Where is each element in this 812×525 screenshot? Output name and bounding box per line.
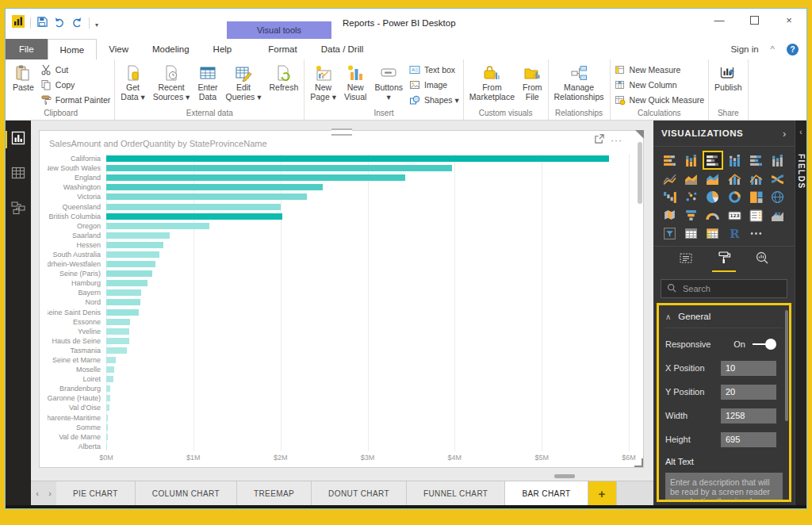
menu-tab-modeling[interactable]: Modeling <box>140 39 201 59</box>
cut-button[interactable]: Cut <box>40 63 110 75</box>
sheet-tab-bar-chart[interactable]: BAR CHART <box>505 481 588 505</box>
format-painter-button[interactable]: Format Painter <box>40 94 110 105</box>
filled-map-icon[interactable] <box>661 207 678 223</box>
height-input[interactable] <box>721 432 776 447</box>
publish-button[interactable]: Publish <box>711 61 745 94</box>
menu-tab-help[interactable]: Help <box>201 39 244 59</box>
powerbi-logo-icon[interactable] <box>12 15 25 31</box>
new-visual-button[interactable]: NewVisual <box>341 61 370 103</box>
sidebar-item-data-view[interactable] <box>6 165 31 184</box>
bar[interactable] <box>106 366 114 373</box>
bar[interactable] <box>106 165 452 171</box>
scatter-chart-icon[interactable] <box>682 189 699 205</box>
bar[interactable] <box>106 424 108 431</box>
report-canvas[interactable]: ··· SalesAmount and OrderQuantity by Sta… <box>31 121 653 481</box>
line-stacked-column-chart-icon[interactable] <box>726 171 743 186</box>
new-column-button[interactable]: New Column <box>615 79 705 90</box>
format-search[interactable] <box>661 279 787 298</box>
bar[interactable] <box>106 309 139 316</box>
menu-tab-format[interactable]: Format <box>256 39 308 59</box>
bar[interactable] <box>106 194 307 200</box>
slicer-icon[interactable] <box>661 225 678 241</box>
bar[interactable] <box>106 434 108 440</box>
search-input[interactable] <box>681 283 781 294</box>
from-file-button[interactable]: FromFile <box>519 61 546 103</box>
visual-resize-grip[interactable] <box>634 458 643 467</box>
bar[interactable] <box>106 242 163 248</box>
x-position-input[interactable] <box>721 361 776 376</box>
r-script-visual-icon[interactable]: R <box>726 225 743 241</box>
visual-corner-grip[interactable] <box>635 130 644 139</box>
manage-relationships-button[interactable]: ManageRelationships <box>551 61 607 103</box>
fields-panel-collapsed[interactable]: ‹ FIELDS <box>795 121 806 505</box>
card-icon[interactable]: 123 <box>726 207 743 223</box>
expand-fields-icon[interactable]: ‹ <box>799 128 802 136</box>
treemap-icon[interactable] <box>747 189 764 205</box>
bar[interactable] <box>106 328 129 335</box>
stacked-bar-chart-icon[interactable] <box>661 152 678 168</box>
waterfall-chart-icon[interactable] <box>661 189 678 205</box>
bar[interactable] <box>106 289 141 296</box>
visual-scrollbar[interactable] <box>638 142 642 204</box>
bar[interactable] <box>106 319 130 325</box>
bar[interactable] <box>106 251 159 258</box>
funnel-icon[interactable] <box>682 207 699 223</box>
copy-button[interactable]: Copy <box>40 79 110 90</box>
line-chart-icon[interactable] <box>661 171 678 186</box>
stacked-column-chart-icon[interactable] <box>682 152 699 168</box>
panel-tab-format[interactable] <box>712 251 736 274</box>
add-page-button[interactable]: + <box>588 481 617 505</box>
canvas-horizontal-scrollbar[interactable] <box>554 474 575 478</box>
sidebar-item-model-view[interactable] <box>6 200 31 219</box>
bar-chart-visual[interactable]: ··· SalesAmount and OrderQuantity by Sta… <box>39 130 644 468</box>
save-icon[interactable] <box>36 16 48 31</box>
bar[interactable] <box>106 415 108 421</box>
bar[interactable] <box>106 213 282 220</box>
new-page-button[interactable]: NewPage ▾ <box>307 61 339 103</box>
bar[interactable] <box>106 385 110 392</box>
sign-in-link[interactable]: Sign in <box>730 44 758 54</box>
gauge-icon[interactable] <box>704 207 722 223</box>
edit-queries-button[interactable]: EditQueries ▾ <box>223 61 265 103</box>
bar[interactable] <box>106 155 609 162</box>
collapse-ribbon-icon[interactable]: ^ <box>771 44 775 54</box>
menu-tab-file[interactable]: File <box>6 39 48 59</box>
bar[interactable] <box>106 443 107 450</box>
bar[interactable] <box>106 376 113 382</box>
refresh-button[interactable]: Refresh <box>266 61 301 94</box>
maximize-button[interactable] <box>737 9 772 32</box>
panel-tab-fields[interactable] <box>674 251 698 274</box>
y-position-input[interactable] <box>721 385 776 400</box>
bar[interactable] <box>106 270 152 277</box>
panel-tab-analytics[interactable] <box>750 251 774 274</box>
area-chart-icon[interactable] <box>682 171 699 186</box>
responsive-toggle[interactable] <box>753 339 776 350</box>
clustered-bar-chart-icon[interactable] <box>704 152 722 168</box>
sheet-tab-column-chart[interactable]: COLUMN CHART <box>136 481 237 505</box>
bar[interactable] <box>106 395 110 401</box>
bar[interactable] <box>106 404 109 411</box>
sheet-nav-forward[interactable]: › <box>44 481 56 505</box>
bar[interactable] <box>106 347 127 354</box>
help-icon[interactable]: ? <box>787 44 799 56</box>
100-stacked-column-chart-icon[interactable] <box>769 152 787 168</box>
alt-text-input[interactable] <box>665 473 783 502</box>
menu-tab-home[interactable]: Home <box>48 39 98 59</box>
bar[interactable] <box>106 232 170 239</box>
bar[interactable] <box>106 357 116 363</box>
bar[interactable] <box>106 174 405 181</box>
new-quick-measure-button[interactable]: New Quick Measure <box>615 94 705 105</box>
map-icon[interactable] <box>769 189 787 205</box>
donut-chart-icon[interactable] <box>726 189 743 205</box>
sheet-tab-pie-chart[interactable]: PIE CHART <box>56 481 136 505</box>
bar[interactable] <box>106 204 281 210</box>
100-stacked-bar-chart-icon[interactable] <box>747 152 764 168</box>
get-data-button[interactable]: GetData ▾ <box>117 61 147 103</box>
sheet-tab-funnel-chart[interactable]: FUNNEL CHART <box>407 481 505 505</box>
text-box-button[interactable]: AText box <box>409 63 459 75</box>
bar[interactable] <box>106 338 129 344</box>
close-button[interactable]: × <box>772 9 806 32</box>
from-marketplace-button[interactable]: FromMarketplace <box>466 61 518 103</box>
multi-row-card-icon[interactable] <box>747 207 764 223</box>
enter-data-button[interactable]: EnterData <box>194 61 220 103</box>
